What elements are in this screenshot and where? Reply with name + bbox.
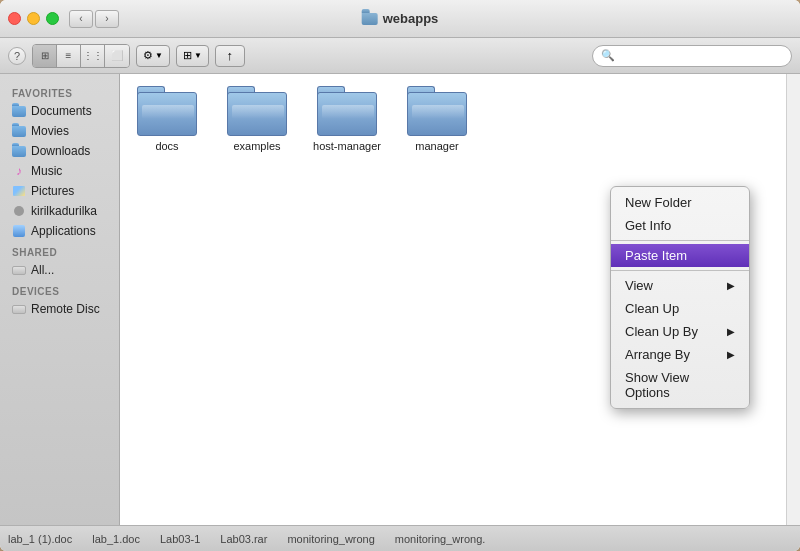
close-button[interactable] bbox=[8, 12, 21, 25]
file-label-examples: examples bbox=[233, 140, 280, 152]
cm-show-view-options[interactable]: Show View Options bbox=[611, 366, 749, 404]
user-icon bbox=[12, 204, 26, 218]
traffic-lights bbox=[8, 12, 59, 25]
search-box[interactable]: 🔍 bbox=[592, 45, 792, 67]
sidebar-item-applications[interactable]: Applications bbox=[0, 221, 119, 241]
sidebar-item-pictures[interactable]: Pictures bbox=[0, 181, 119, 201]
view-column-button[interactable]: ⋮⋮ bbox=[81, 45, 105, 67]
sidebar-label-downloads: Downloads bbox=[31, 144, 90, 158]
devices-label: DEVICES bbox=[0, 280, 119, 299]
sidebar-item-music[interactable]: ♪ Music bbox=[0, 161, 119, 181]
forward-button[interactable]: › bbox=[95, 10, 119, 28]
status-item-1: lab_1.doc bbox=[92, 533, 140, 545]
cm-clean-up-by-label: Clean Up By bbox=[625, 324, 698, 339]
window-title: webapps bbox=[362, 11, 439, 26]
cm-get-info[interactable]: Get Info bbox=[611, 214, 749, 237]
view-icon-button[interactable]: ⊞ bbox=[33, 45, 57, 67]
search-input[interactable] bbox=[619, 49, 783, 63]
cm-new-folder[interactable]: New Folder bbox=[611, 191, 749, 214]
finder-window: ‹ › webapps ? ⊞ ≡ ⋮⋮ ⬜ ⚙ ▼ ⊞ ▼ ↑ 🔍 bbox=[0, 0, 800, 551]
title-folder-icon bbox=[362, 13, 378, 25]
action-button[interactable]: ⚙ ▼ bbox=[136, 45, 170, 67]
cm-view-arrow: ▶ bbox=[727, 280, 735, 291]
file-area: docs examples bbox=[120, 74, 786, 525]
action-arrow: ▼ bbox=[155, 51, 163, 60]
sidebar-label-movies: Movies bbox=[31, 124, 69, 138]
downloads-icon bbox=[12, 144, 26, 158]
file-item-host-manager[interactable]: host-manager bbox=[312, 86, 382, 152]
toolbar: ? ⊞ ≡ ⋮⋮ ⬜ ⚙ ▼ ⊞ ▼ ↑ 🔍 bbox=[0, 38, 800, 74]
title-text: webapps bbox=[383, 11, 439, 26]
cm-clean-up[interactable]: Clean Up bbox=[611, 297, 749, 320]
status-item-3: Lab03.rar bbox=[220, 533, 267, 545]
cm-arrange-by[interactable]: Arrange By ▶ bbox=[611, 343, 749, 366]
help-label: ? bbox=[14, 50, 20, 62]
sidebar-item-downloads[interactable]: Downloads bbox=[0, 141, 119, 161]
folder-icon-examples bbox=[227, 86, 287, 136]
view-list-button[interactable]: ≡ bbox=[57, 45, 81, 67]
sidebar-item-remote-disc[interactable]: Remote Disc bbox=[0, 299, 119, 319]
view-buttons: ⊞ ≡ ⋮⋮ ⬜ bbox=[32, 44, 130, 68]
sidebar-label-documents: Documents bbox=[31, 104, 92, 118]
back-button[interactable]: ‹ bbox=[69, 10, 93, 28]
file-label-host-manager: host-manager bbox=[313, 140, 381, 152]
help-button[interactable]: ? bbox=[8, 47, 26, 65]
sidebar-item-documents[interactable]: Documents bbox=[0, 101, 119, 121]
cm-view[interactable]: View ▶ bbox=[611, 274, 749, 297]
sidebar-label-pictures: Pictures bbox=[31, 184, 74, 198]
cm-paste-item[interactable]: Paste Item bbox=[611, 244, 749, 267]
cm-clean-up-by-arrow: ▶ bbox=[727, 326, 735, 337]
cm-paste-item-label: Paste Item bbox=[625, 248, 687, 263]
scrollbar-track[interactable] bbox=[786, 74, 800, 525]
cm-get-info-label: Get Info bbox=[625, 218, 671, 233]
cm-arrange-by-label: Arrange By bbox=[625, 347, 690, 362]
pictures-icon bbox=[12, 184, 26, 198]
minimize-button[interactable] bbox=[27, 12, 40, 25]
cm-clean-up-by[interactable]: Clean Up By ▶ bbox=[611, 320, 749, 343]
gear-icon: ⚙ bbox=[143, 49, 153, 62]
status-item-2: Lab03-1 bbox=[160, 533, 200, 545]
sidebar-item-user[interactable]: kirilkadurilka bbox=[0, 201, 119, 221]
title-bar: ‹ › webapps bbox=[0, 0, 800, 38]
cm-show-view-options-label: Show View Options bbox=[625, 370, 735, 400]
share-button[interactable]: ↑ bbox=[215, 45, 245, 67]
remote-disc-icon bbox=[12, 302, 26, 316]
documents-icon bbox=[12, 104, 26, 118]
movies-icon bbox=[12, 124, 26, 138]
arrange-arrow: ▼ bbox=[194, 51, 202, 60]
sidebar-item-all[interactable]: All... bbox=[0, 260, 119, 280]
status-bar: lab_1 (1).doc lab_1.doc Lab03-1 Lab03.ra… bbox=[0, 525, 800, 551]
music-icon: ♪ bbox=[12, 164, 26, 178]
main-content: FAVORITES Documents Movies Downloads ♪ M… bbox=[0, 74, 800, 525]
sidebar: FAVORITES Documents Movies Downloads ♪ M… bbox=[0, 74, 120, 525]
all-icon bbox=[12, 263, 26, 277]
sidebar-label-applications: Applications bbox=[31, 224, 96, 238]
folder-icon-host-manager bbox=[317, 86, 377, 136]
sidebar-label-remote-disc: Remote Disc bbox=[31, 302, 100, 316]
sidebar-item-movies[interactable]: Movies bbox=[0, 121, 119, 141]
status-item-5: monitoring_wrong. bbox=[395, 533, 486, 545]
sidebar-label-music: Music bbox=[31, 164, 62, 178]
view-coverflow-button[interactable]: ⬜ bbox=[105, 45, 129, 67]
sidebar-label-user: kirilkadurilka bbox=[31, 204, 97, 218]
context-menu: New Folder Get Info Paste Item View ▶ Cl… bbox=[610, 186, 750, 409]
nav-arrows: ‹ › bbox=[69, 10, 119, 28]
arrange-icon: ⊞ bbox=[183, 49, 192, 62]
file-label-docs: docs bbox=[155, 140, 178, 152]
cm-arrange-by-arrow: ▶ bbox=[727, 349, 735, 360]
cm-clean-up-label: Clean Up bbox=[625, 301, 679, 316]
maximize-button[interactable] bbox=[46, 12, 59, 25]
cm-separator-2 bbox=[611, 270, 749, 271]
files-grid: docs examples bbox=[132, 86, 774, 152]
file-item-examples[interactable]: examples bbox=[222, 86, 292, 152]
status-item-4: monitoring_wrong bbox=[287, 533, 374, 545]
favorites-label: FAVORITES bbox=[0, 82, 119, 101]
shared-label: SHARED bbox=[0, 241, 119, 260]
share-icon: ↑ bbox=[227, 48, 234, 63]
file-item-manager[interactable]: manager bbox=[402, 86, 472, 152]
file-item-docs[interactable]: docs bbox=[132, 86, 202, 152]
arrange-button[interactable]: ⊞ ▼ bbox=[176, 45, 209, 67]
applications-icon bbox=[12, 224, 26, 238]
folder-icon-docs bbox=[137, 86, 197, 136]
folder-icon-manager bbox=[407, 86, 467, 136]
